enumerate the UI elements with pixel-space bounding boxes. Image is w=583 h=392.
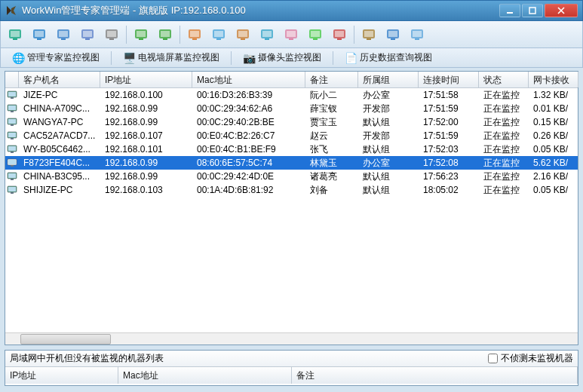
cell-status: 正在监控	[479, 170, 529, 184]
unmonitored-title: 局域网中开机但没有被监视的机器列表	[10, 352, 488, 365]
table-row[interactable]: SHIJIZE-PC192.168.0.10300:1A:4D:6B:81:92…	[5, 183, 578, 197]
no-detect-input[interactable]	[488, 354, 498, 363]
display-icon[interactable]	[78, 25, 97, 44]
svg-rect-19	[139, 38, 143, 40]
col-net[interactable]: 网卡接收	[529, 72, 578, 87]
svg-rect-12	[83, 31, 92, 37]
window-titlebar[interactable]: WorkWin管理专家管理端 - 旗舰版 IP:192.168.0.100	[0, 0, 583, 21]
col-group[interactable]: 所属组	[358, 72, 419, 87]
cell-status: 正在监控	[479, 142, 529, 157]
cell-net: 0.05 KB/	[529, 143, 578, 155]
computer-icon[interactable]	[29, 25, 49, 44]
horizontal-scrollbar[interactable]	[5, 332, 578, 345]
svg-rect-67	[11, 152, 14, 153]
svg-rect-36	[287, 31, 296, 37]
no-detect-checkbox[interactable]: 不侦测未监视机器	[488, 352, 573, 365]
svg-rect-40	[313, 38, 318, 40]
unmonitored-header: 局域网中开机但没有被监视的机器列表 不侦测未监视机器	[5, 351, 578, 367]
col-remark[interactable]: 备注	[305, 72, 358, 87]
svg-rect-13	[85, 38, 90, 40]
cell-ip: 192.168.0.99	[100, 116, 192, 128]
close-button[interactable]	[545, 4, 578, 17]
cell-mac: 08:60:6E:57:5C:74	[192, 157, 305, 169]
window-title: WorkWin管理专家管理端 - 旗舰版 IP:192.168.0.100	[22, 4, 499, 17]
camera-icon[interactable]	[330, 25, 349, 44]
tab-history-view[interactable]: 📄 历史数据查询视图	[338, 49, 439, 66]
svg-rect-18	[137, 31, 146, 37]
settings-icon[interactable]	[102, 25, 121, 44]
cell-net: 0.26 KB/	[529, 130, 578, 142]
cell-mac: 00:0C:29:42:4D:0E	[192, 170, 305, 182]
svg-rect-0	[507, 12, 513, 14]
cell-remark: 薛宝钗	[305, 102, 358, 116]
minimize-button[interactable]	[499, 4, 520, 17]
svg-rect-9	[59, 31, 68, 37]
cell-remark: 诸葛亮	[305, 170, 358, 184]
cell-ip: 192.168.0.101	[100, 143, 192, 155]
cell-remark: 赵云	[305, 129, 358, 143]
scroll-thumb[interactable]	[20, 334, 111, 345]
bcol-ip[interactable]: IP地址	[5, 367, 118, 384]
separator	[126, 26, 127, 44]
table-row[interactable]: CHINA-A709C...192.168.0.9900:0C:29:34:62…	[5, 102, 578, 115]
svg-rect-63	[8, 133, 16, 137]
col-client-name[interactable]: 客户机名	[19, 72, 100, 87]
table-header: 客户机名 IP地址 Mac地址 备注 所属组 连接时间 状态 网卡接收	[5, 72, 578, 88]
col-icon[interactable]	[5, 72, 19, 87]
bcol-mac[interactable]: Mac地址	[118, 367, 292, 384]
chat-icon[interactable]	[209, 25, 229, 44]
cell-remark: 贾宝玉	[305, 115, 358, 130]
search-icon[interactable]	[281, 25, 301, 44]
user-icon[interactable]	[383, 25, 403, 44]
cell-mac: 00:0C:29:34:62:A6	[192, 103, 305, 115]
maximize-button[interactable]	[522, 4, 543, 17]
col-ip[interactable]: IP地址	[100, 72, 192, 87]
refresh-icon[interactable]	[257, 25, 277, 44]
col-mac[interactable]: Mac地址	[192, 72, 305, 87]
cell-time: 17:51:59	[419, 130, 479, 142]
files-icon[interactable]	[185, 25, 204, 44]
cell-ip: 192.168.0.100	[100, 89, 192, 101]
separator	[180, 26, 180, 44]
cell-time: 17:51:58	[419, 89, 479, 101]
users-icon[interactable]	[5, 25, 25, 44]
table-row[interactable]: JIZE-PC192.168.0.10000:16:D3:26:B3:39阮小二…	[5, 88, 578, 102]
cell-name: JIZE-PC	[19, 89, 100, 101]
cell-group: 办公室	[358, 88, 419, 103]
bcol-remark[interactable]: 备注	[292, 367, 578, 384]
svg-rect-22	[163, 38, 167, 40]
lock-icon[interactable]	[359, 25, 379, 44]
svg-rect-51	[413, 31, 422, 37]
svg-rect-15	[107, 31, 116, 37]
svg-rect-73	[11, 179, 14, 180]
tab-camera-view[interactable]: 📷 摄像头监控视图	[236, 49, 328, 66]
svg-rect-70	[11, 165, 14, 167]
tab-monitor-view[interactable]: 🌐 管理专家监控视图	[5, 49, 106, 66]
table-row[interactable]: F8723FE404C...192.168.0.9908:60:6E:57:5C…	[5, 156, 578, 170]
svg-rect-69	[8, 160, 16, 164]
cell-name: SHIJIZE-PC	[19, 184, 100, 196]
col-status[interactable]: 状态	[479, 72, 529, 87]
separator	[333, 51, 333, 65]
arrow-left-icon[interactable]	[131, 25, 151, 44]
svg-rect-33	[262, 31, 272, 37]
table-row[interactable]: CHINA-B3C95...192.168.0.9900:0C:29:42:4D…	[5, 170, 578, 183]
table-row[interactable]: WANGYA7-PC192.168.0.9900:0C:29:40:2B:BE贾…	[5, 115, 578, 129]
separator	[231, 51, 232, 65]
table-row[interactable]: WY-B05C6462...192.168.0.10100:E0:4C:B1:B…	[5, 142, 578, 156]
cell-group: 默认组	[358, 115, 419, 130]
table-row[interactable]: CAC52A7ACD7...192.168.0.10700:E0:4C:B2:2…	[5, 129, 578, 142]
col-conn-time[interactable]: 连接时间	[419, 72, 479, 87]
cell-net: 1.32 KB/	[529, 89, 578, 101]
svg-rect-27	[214, 31, 223, 37]
screen-icon[interactable]	[54, 25, 73, 44]
cell-name: CHINA-B3C95...	[19, 170, 100, 182]
svg-rect-57	[8, 106, 16, 110]
svg-rect-16	[109, 38, 114, 40]
arrow-right-icon[interactable]	[155, 25, 175, 44]
logs-icon[interactable]	[233, 25, 253, 44]
tab-tvwall-view[interactable]: 🖥️ 电视墙屏幕监控视图	[116, 49, 226, 66]
svg-rect-76	[11, 192, 14, 194]
message-icon[interactable]	[305, 25, 325, 44]
help-icon[interactable]	[407, 25, 427, 44]
